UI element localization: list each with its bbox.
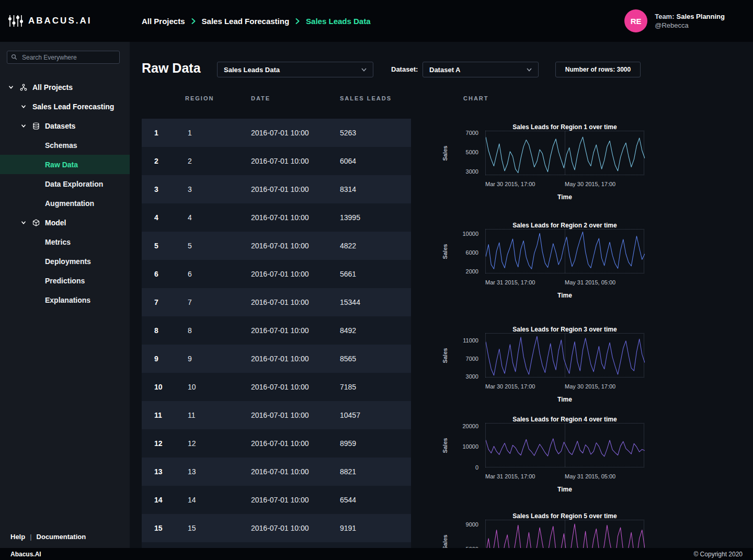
- sidebar-item-datasets[interactable]: Datasets: [0, 116, 130, 135]
- table-row[interactable]: 552016-07-01 10:004822: [142, 232, 411, 260]
- app-logo-text: ABACUS.AI: [28, 16, 92, 26]
- cell-date: 2016-07-01 10:00: [251, 355, 309, 363]
- charts-column: Sales Leads for Region 1 over timeSales7…: [438, 42, 647, 548]
- table-row[interactable]: 14142016-07-01 10:006544: [142, 486, 411, 514]
- sidebar-item-label: Raw Data: [45, 161, 78, 169]
- sidebar-item-augmentation[interactable]: Augmentation: [0, 193, 130, 213]
- table-row: [142, 542, 411, 548]
- sidebar-item-data-exploration[interactable]: Data Exploration: [0, 174, 130, 193]
- cell-date: 2016-07-01 10:00: [251, 298, 309, 306]
- abacus-logo-icon: [8, 14, 23, 28]
- cell-region: 11: [188, 411, 196, 419]
- y-axis-ticks: 20000100000: [438, 423, 478, 467]
- help-link[interactable]: Help: [10, 533, 25, 541]
- breadcrumb-item[interactable]: Sales Lead Forecasting: [202, 17, 290, 26]
- table-row[interactable]: 12122016-07-01 10:008959: [142, 429, 411, 458]
- y-tick-label: 5000: [466, 149, 478, 155]
- region-chart-5: Sales Leads for Region 5 over timeSales9…: [438, 512, 647, 548]
- chart-plot-area: [485, 423, 644, 467]
- cell-leads: 15344: [340, 298, 360, 306]
- sidebar-item-sales-lead-forecasting[interactable]: Sales Lead Forecasting: [0, 97, 130, 116]
- cell-date: 2016-07-01 10:00: [251, 213, 309, 222]
- cell-region: 3: [188, 185, 192, 193]
- table-row[interactable]: 332016-07-01 10:008314: [142, 175, 411, 203]
- table-row[interactable]: 15152016-07-01 10:009191: [142, 514, 411, 542]
- search-icon: [11, 54, 17, 60]
- column-header-sales-leads: SALES LEADS: [340, 95, 392, 101]
- page-footer: Abacus.AI © Copyright 2020: [0, 548, 753, 560]
- table-row[interactable]: 772016-07-01 10:0015344: [142, 288, 411, 316]
- avatar[interactable]: RE: [624, 9, 647, 32]
- chevron-right-icon: [295, 18, 300, 24]
- model-icon: [32, 219, 45, 226]
- breadcrumb-item[interactable]: Sales Leads Data: [306, 17, 370, 26]
- cell-idx: 4: [154, 213, 158, 222]
- feature-group-dropdown[interactable]: Sales Leads Data: [217, 62, 373, 77]
- sidebar-item-schemas[interactable]: Schemas: [0, 135, 130, 155]
- sidebar-item-label: Deployments: [45, 257, 91, 266]
- app-logo[interactable]: ABACUS.AI: [8, 14, 92, 28]
- cell-date: 2016-07-01 10:00: [251, 129, 309, 137]
- sidebar-item-predictions[interactable]: Predictions: [0, 271, 130, 290]
- cell-date: 2016-07-01 10:00: [251, 242, 309, 250]
- user-box: RE Team:Sales Planning @Rebecca: [624, 9, 725, 32]
- breadcrumb-item[interactable]: All Projects: [142, 17, 185, 26]
- user-meta: Team:Sales Planning @Rebecca: [655, 13, 725, 29]
- sidebar-item-metrics[interactable]: Metrics: [0, 232, 130, 252]
- cell-region: 15: [188, 524, 196, 532]
- sidebar-item-label: Data Exploration: [45, 180, 103, 188]
- table-row[interactable]: 662016-07-01 10:005661: [142, 260, 411, 288]
- table-row[interactable]: 222016-07-01 10:006064: [142, 147, 411, 175]
- chart-title: Sales Leads for Region 1 over time: [485, 123, 644, 131]
- y-tick-label: 0: [475, 464, 478, 471]
- cell-leads: 7185: [340, 383, 356, 391]
- footer-separator: |: [30, 533, 31, 541]
- chevron-down-icon[interactable]: [8, 85, 20, 90]
- y-axis-ticks: 1000060002000: [438, 229, 478, 273]
- cell-leads: 5263: [340, 129, 356, 137]
- search-input[interactable]: [7, 51, 120, 64]
- chart-x-axis-label: Time: [485, 396, 644, 403]
- chevron-down-icon[interactable]: [21, 220, 32, 225]
- sidebar-item-all-projects[interactable]: All Projects: [0, 77, 130, 97]
- cell-region: 7: [188, 298, 192, 306]
- cell-idx: 13: [154, 467, 163, 476]
- top-header: ABACUS.AI All ProjectsSales Lead Forecas…: [0, 0, 753, 42]
- y-tick-label: 9000: [466, 521, 478, 528]
- table-row[interactable]: 882016-07-01 10:008492: [142, 316, 411, 345]
- chevron-down-icon[interactable]: [21, 123, 32, 129]
- y-tick-label: 20000: [462, 423, 478, 429]
- sidebar-item-label: Schemas: [45, 141, 77, 150]
- column-header-region: REGION: [185, 95, 214, 101]
- sidebar-item-deployments[interactable]: Deployments: [0, 252, 130, 271]
- cell-leads: 8492: [340, 326, 356, 335]
- table-row[interactable]: 112016-07-01 10:005263: [142, 119, 411, 147]
- sidebar-item-model[interactable]: Model: [0, 213, 130, 232]
- cell-date: 2016-07-01 10:00: [251, 524, 309, 532]
- chart-plot-area: [485, 333, 644, 378]
- table-row[interactable]: 992016-07-01 10:008565: [142, 345, 411, 373]
- cell-idx: 10: [154, 383, 163, 391]
- chevron-right-icon: [191, 18, 196, 24]
- chart-title: Sales Leads for Region 2 over time: [485, 222, 644, 229]
- sidebar-item-raw-data[interactable]: Raw Data: [0, 155, 130, 174]
- chevron-down-icon[interactable]: [21, 104, 32, 109]
- table-row[interactable]: 442016-07-01 10:0013995: [142, 203, 411, 232]
- table-row[interactable]: 13132016-07-01 10:008821: [142, 458, 411, 486]
- cell-leads: 8565: [340, 355, 356, 363]
- y-axis-ticks: 90005000: [438, 520, 478, 548]
- documentation-link[interactable]: Documentation: [37, 533, 86, 541]
- chart-title: Sales Leads for Region 5 over time: [485, 512, 644, 520]
- table-row[interactable]: 10102016-07-01 10:007185: [142, 373, 411, 401]
- y-tick-label: 7000: [466, 130, 478, 136]
- sidebar-item-label: Datasets: [45, 122, 75, 130]
- cell-leads: 9191: [340, 524, 356, 532]
- sidebar-item-explanations[interactable]: Explanations: [0, 290, 130, 310]
- cell-date: 2016-07-01 10:00: [251, 496, 309, 504]
- x-tick-label: May 31 2015, 05:00: [565, 473, 615, 479]
- cell-idx: 3: [154, 185, 158, 193]
- cell-date: 2016-07-01 10:00: [251, 270, 309, 278]
- team-line: Team:Sales Planning: [655, 13, 725, 20]
- table-row[interactable]: 11112016-07-01 10:0010457: [142, 401, 411, 429]
- team-name: Sales Planning: [677, 13, 725, 20]
